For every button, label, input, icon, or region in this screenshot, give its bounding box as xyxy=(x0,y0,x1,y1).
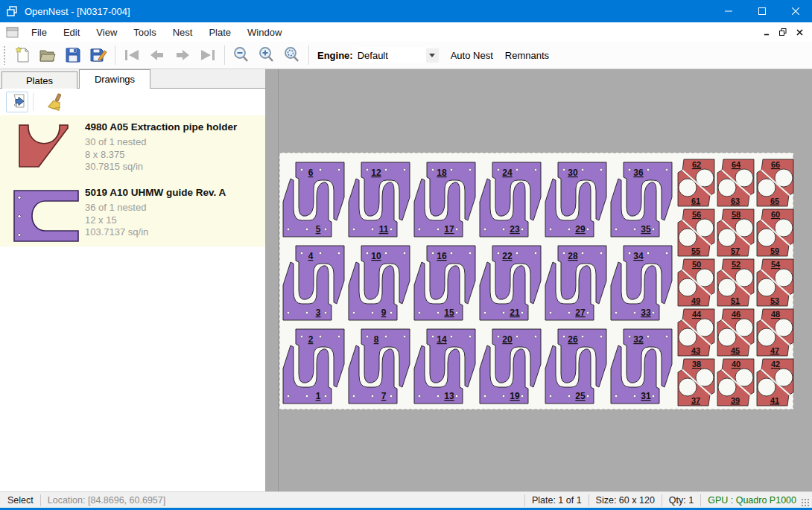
save-icon[interactable] xyxy=(60,44,86,66)
menu-edit[interactable]: Edit xyxy=(55,24,88,41)
svg-text:34: 34 xyxy=(633,251,644,261)
minimize-icon[interactable] xyxy=(711,0,745,22)
red-pair-unit[interactable]: 6059 xyxy=(757,209,793,256)
engine-dropdown-arrow-icon[interactable] xyxy=(426,48,439,63)
red-pair-unit[interactable]: 6463 xyxy=(717,159,754,206)
svg-text:29: 29 xyxy=(575,224,586,235)
svg-text:40: 40 xyxy=(732,360,740,369)
send-to-plate-icon[interactable] xyxy=(6,92,28,112)
svg-text:36: 36 xyxy=(633,168,644,178)
red-pair-unit[interactable]: 3837 xyxy=(678,359,714,406)
mdi-document-icon[interactable] xyxy=(6,27,19,38)
red-pair-unit[interactable]: 4847 xyxy=(757,309,793,356)
status-qty: Qty: 1 xyxy=(669,495,694,506)
red-pair-unit[interactable]: 5655 xyxy=(678,209,714,256)
svg-text:12: 12 xyxy=(371,168,381,178)
menu-file[interactable]: File xyxy=(23,24,55,41)
svg-text:9: 9 xyxy=(381,307,387,318)
red-pair-unit[interactable]: 4241 xyxy=(757,359,793,406)
svg-text:18: 18 xyxy=(437,168,447,178)
toolbar-grip[interactable] xyxy=(3,45,7,65)
last-plate-icon[interactable] xyxy=(195,44,221,66)
svg-text:25: 25 xyxy=(575,391,586,401)
engine-value: Default xyxy=(358,50,388,61)
svg-text:1: 1 xyxy=(316,391,321,401)
svg-text:51: 51 xyxy=(731,296,740,305)
red-pair-unit[interactable]: 5251 xyxy=(717,259,754,306)
clear-drawings-icon[interactable] xyxy=(44,92,66,112)
open-icon[interactable] xyxy=(35,44,60,66)
svg-text:20: 20 xyxy=(502,334,513,345)
svg-text:30: 30 xyxy=(568,168,578,178)
svg-text:66: 66 xyxy=(771,160,780,169)
svg-text:59: 59 xyxy=(770,246,779,255)
menu-view[interactable]: View xyxy=(88,24,125,41)
nest-canvas[interactable]: 6512111817242330293635431091615222128273… xyxy=(265,69,812,491)
red-pair-unit[interactable]: 6261 xyxy=(678,159,714,206)
red-pair-unit[interactable]: 4645 xyxy=(717,309,754,356)
drawing-size: 8 x 8.375 xyxy=(85,149,237,162)
remnants-button[interactable]: Remnants xyxy=(499,46,555,65)
zoom-fit-icon[interactable] xyxy=(279,44,305,66)
svg-text:10: 10 xyxy=(371,251,381,261)
red-pair-unit[interactable]: 5453 xyxy=(757,259,793,306)
drawing-title: 4980 A05 Extraction pipe holder xyxy=(85,121,237,133)
svg-text:35: 35 xyxy=(641,224,651,235)
svg-text:57: 57 xyxy=(731,246,740,255)
toolbar-separator xyxy=(308,45,309,65)
drawing-list-item[interactable]: 4980 A05 Extraction pipe holder 30 of 1 … xyxy=(0,115,265,181)
svg-text:41: 41 xyxy=(770,396,779,405)
new-file-icon[interactable] xyxy=(10,44,35,66)
next-plate-icon[interactable] xyxy=(170,44,195,66)
svg-text:4: 4 xyxy=(308,251,314,261)
tab-drawings[interactable]: Drawings xyxy=(79,69,150,89)
menu-plate[interactable]: Plate xyxy=(200,24,239,41)
svg-text:28: 28 xyxy=(568,251,578,261)
red-pair-unit[interactable]: 5049 xyxy=(678,259,714,306)
maximize-icon[interactable] xyxy=(745,0,778,22)
svg-text:16: 16 xyxy=(437,251,447,261)
prev-plate-icon[interactable] xyxy=(145,44,170,66)
mdi-minimize-icon[interactable] xyxy=(758,25,775,39)
auto-nest-button[interactable]: Auto Nest xyxy=(445,46,499,65)
red-pair-unit[interactable]: 6665 xyxy=(757,159,793,206)
mdi-close-icon[interactable] xyxy=(791,25,808,39)
menu-window[interactable]: Window xyxy=(239,24,290,41)
svg-text:45: 45 xyxy=(731,346,740,355)
red-pair-unit[interactable]: 4443 xyxy=(678,309,714,356)
main-toolbar: Engine: Default Auto Nest Remnants xyxy=(0,42,812,69)
tab-plates[interactable]: Plates xyxy=(1,71,77,89)
svg-text:21: 21 xyxy=(510,307,520,318)
status-size: Size: 60 x 120 xyxy=(596,495,655,506)
menu-tools[interactable]: Tools xyxy=(125,24,164,41)
svg-text:49: 49 xyxy=(691,296,700,305)
drawing-title: 5019 A10 UHMW guide Rev. A xyxy=(85,187,226,198)
svg-text:56: 56 xyxy=(692,210,701,219)
close-icon[interactable] xyxy=(778,0,812,22)
red-pair-unit[interactable]: 5857 xyxy=(717,209,754,256)
zoom-in-icon[interactable] xyxy=(254,44,279,66)
svg-text:63: 63 xyxy=(731,197,740,205)
menu-bar: File Edit View Tools Nest Plate Window xyxy=(0,22,812,42)
app-icon xyxy=(7,5,19,17)
svg-text:64: 64 xyxy=(732,160,741,169)
menu-nest[interactable]: Nest xyxy=(165,24,201,41)
svg-text:37: 37 xyxy=(691,396,700,405)
mdi-restore-icon[interactable] xyxy=(775,25,791,39)
svg-text:48: 48 xyxy=(771,310,780,319)
svg-text:53: 53 xyxy=(770,296,779,305)
drawing-list-item[interactable]: 5019 A10 UHMW guide Rev. A 36 of 1 neste… xyxy=(0,181,265,246)
first-plate-icon[interactable] xyxy=(119,44,145,66)
content-area: Plates Drawings xyxy=(0,69,812,491)
resize-grip[interactable] xyxy=(801,498,810,507)
svg-text:17: 17 xyxy=(444,224,454,235)
save-as-icon[interactable] xyxy=(86,44,111,66)
engine-select[interactable]: Default xyxy=(358,47,426,63)
zoom-out-icon[interactable] xyxy=(229,44,254,66)
sidebar-tab-row: Plates Drawings xyxy=(0,69,265,89)
svg-text:15: 15 xyxy=(444,307,454,318)
red-pair-unit[interactable]: 4039 xyxy=(717,359,754,406)
status-plate: Plate: 1 of 1 xyxy=(532,495,582,506)
svg-text:32: 32 xyxy=(633,334,644,345)
plate-view[interactable]: 6512111817242330293635431091615222128273… xyxy=(265,69,812,491)
